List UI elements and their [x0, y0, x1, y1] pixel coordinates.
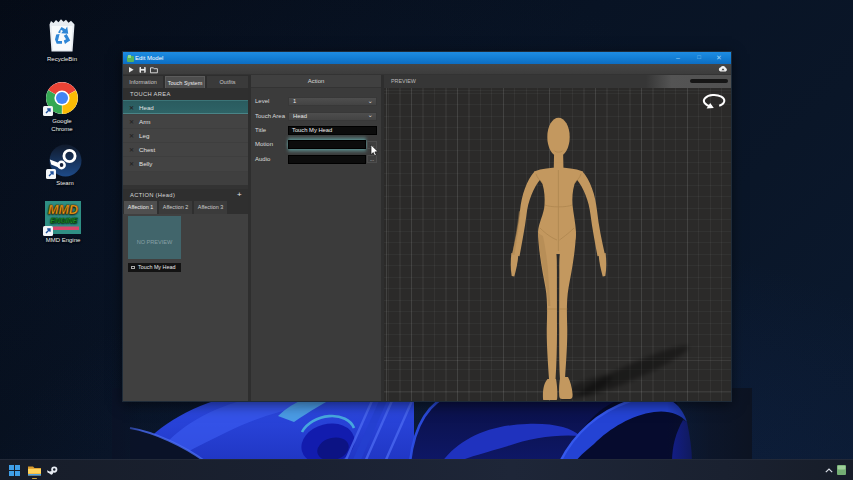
svg-text:MMD: MMD [48, 203, 78, 217]
svg-text:ENGINE: ENGINE [51, 217, 78, 224]
